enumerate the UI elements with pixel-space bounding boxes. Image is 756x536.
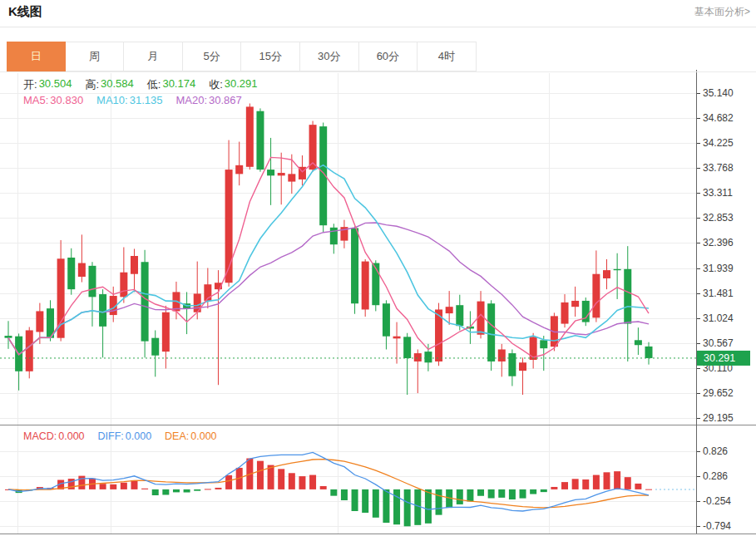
macd-value: 0.000 xyxy=(58,430,84,442)
current-price-tag-value: 30.291 xyxy=(704,352,735,364)
diff-line xyxy=(8,452,649,511)
interval-tabs: 日周月5分15分30分60分4时 xyxy=(7,42,477,71)
dea-value-readout: DEA:0.000 xyxy=(165,430,216,442)
candle-up xyxy=(26,330,33,371)
diff-label: DIFF: xyxy=(98,430,124,442)
macd-bar xyxy=(561,482,568,489)
tab-5分[interactable]: 5分 xyxy=(183,42,242,71)
candle-up xyxy=(36,311,43,332)
diff-value-readout: DIFF:0.000 xyxy=(98,430,152,442)
macd-tick-label: -0.254 xyxy=(703,495,731,507)
macd-bar xyxy=(582,479,589,489)
tab-30分[interactable]: 30分 xyxy=(300,42,359,71)
candle-down xyxy=(351,228,358,303)
header: K线图 基本面分析> xyxy=(8,4,750,20)
macd-bar xyxy=(383,489,389,523)
ma20-label: MA20: xyxy=(175,94,207,106)
candle-down xyxy=(67,258,75,289)
macd-tick-label: -0.794 xyxy=(703,520,731,532)
macd-bar xyxy=(162,489,169,495)
macd-bar xyxy=(194,489,200,491)
ma5-value: 30.830 xyxy=(50,94,83,106)
price-tick-label: 33.768 xyxy=(703,162,734,174)
candle-up xyxy=(519,362,526,371)
ma5-label: MA5: xyxy=(23,94,48,106)
ohlc-readout: 开:30.504 高:30.584 低:30.174 收:30.291 xyxy=(23,77,271,92)
candles[interactable] xyxy=(5,103,653,395)
macd-bar xyxy=(299,476,305,489)
close-value: 30.291 xyxy=(225,77,258,92)
page-title: K线图 xyxy=(8,4,42,20)
macd-readout: MACD:0.000 DIFF:0.000 DEA:0.000 xyxy=(23,430,230,442)
macd-bar xyxy=(551,487,557,489)
macd-bar xyxy=(593,475,600,489)
macd-bar xyxy=(184,489,190,493)
macd-bar xyxy=(467,489,473,502)
macd-bar xyxy=(173,489,180,493)
candle-up xyxy=(162,312,170,352)
low-value: 30.174 xyxy=(162,77,195,92)
macd-bar xyxy=(404,489,411,526)
candle-up xyxy=(131,256,138,274)
macd-bar xyxy=(520,489,526,499)
ma10-readout: MA10:31.135 xyxy=(96,94,162,106)
price-tick-label: 35.140 xyxy=(703,87,734,99)
macd-histogram[interactable] xyxy=(5,459,652,527)
price-tick-label: 33.311 xyxy=(703,187,733,199)
tab-月[interactable]: 月 xyxy=(124,42,183,71)
candle-up xyxy=(592,274,600,318)
price-tick-label: 29.195 xyxy=(703,412,734,424)
diff-value: 0.000 xyxy=(126,430,151,442)
macd-bar xyxy=(289,473,295,489)
macd-bar xyxy=(488,489,495,499)
macd-value-readout: MACD:0.000 xyxy=(23,430,85,442)
macd-bar xyxy=(625,477,631,489)
tab-4时[interactable]: 4时 xyxy=(418,42,477,71)
macd-bar xyxy=(152,489,159,495)
macd-bar xyxy=(645,489,652,490)
macd-bar xyxy=(635,484,641,489)
price-tick-label: 34.682 xyxy=(703,112,734,124)
candle-down xyxy=(151,338,159,356)
candle-down xyxy=(508,353,516,376)
candle-down xyxy=(487,303,495,361)
candle-down xyxy=(330,228,338,244)
candle-down xyxy=(256,111,264,170)
high-readout: 高:30.584 xyxy=(85,77,133,92)
candle-up xyxy=(571,301,579,307)
macd-bar xyxy=(320,486,327,489)
ma-readout: MA5:30.830 MA10:31.135 MA20:30.867 xyxy=(23,94,255,106)
tab-周[interactable]: 周 xyxy=(66,42,125,71)
candle-up xyxy=(288,174,295,181)
macd-bar xyxy=(257,461,264,489)
macd-bar xyxy=(541,489,547,492)
macd-bar xyxy=(341,489,348,500)
price-tick-label: 32.396 xyxy=(703,237,734,248)
low-readout: 低:30.174 xyxy=(147,77,195,92)
low-label: 低: xyxy=(147,77,161,92)
macd-bar xyxy=(110,484,116,489)
tab-日[interactable]: 日 xyxy=(7,42,66,71)
fundamental-analysis-link[interactable]: 基本面分析> xyxy=(694,5,750,19)
macd-bar xyxy=(215,488,221,489)
candle-down xyxy=(540,340,547,348)
candle-down xyxy=(267,170,274,175)
tab-60分[interactable]: 60分 xyxy=(359,42,418,71)
macd-bar xyxy=(205,489,211,489)
ma20-value: 30.867 xyxy=(209,94,242,106)
candle-up xyxy=(246,106,254,166)
candle-up xyxy=(603,270,610,278)
dea-label: DEA: xyxy=(165,430,189,442)
candle-down xyxy=(403,337,411,358)
candle-up xyxy=(498,349,506,361)
macd-bar xyxy=(436,489,442,515)
ma5-readout: MA5:30.830 xyxy=(23,94,83,106)
candle-down xyxy=(99,294,106,327)
macd-bar xyxy=(425,489,432,524)
macd-tick-label: 0.826 xyxy=(703,445,728,457)
macd-bar xyxy=(278,469,284,489)
tab-15分[interactable]: 15分 xyxy=(241,42,300,71)
dea-line xyxy=(8,460,649,508)
candle-down xyxy=(383,303,390,336)
close-readout: 收:30.291 xyxy=(209,77,257,92)
